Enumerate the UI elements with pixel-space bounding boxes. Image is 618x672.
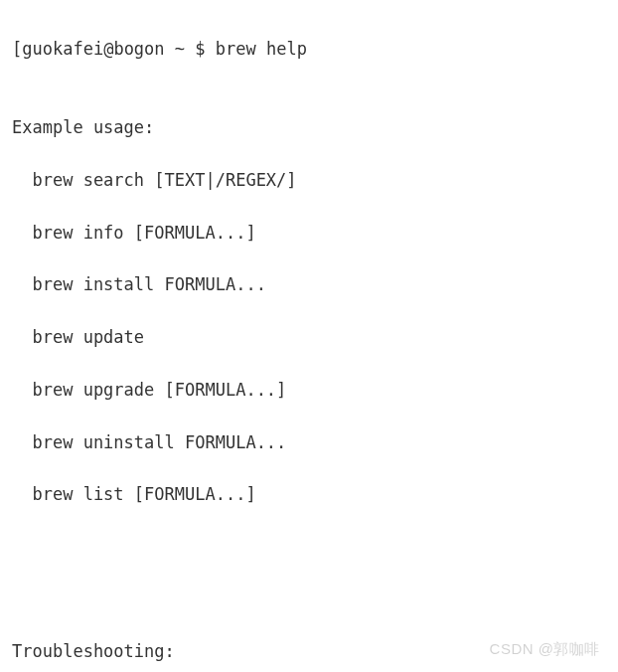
output-line: brew upgrade [FORMULA...] — [12, 377, 606, 403]
prompt-user: guokafei — [22, 39, 103, 59]
prompt-symbol: $ — [195, 39, 205, 59]
section-header: Example usage: — [12, 114, 606, 140]
prompt-at: @ — [103, 39, 113, 59]
terminal-output: [guokafei@bogon ~ $ brew help Example us… — [12, 10, 606, 672]
watermark-text: CSDN @郭咖啡 — [490, 637, 600, 660]
prompt-line: [guokafei@bogon ~ $ brew help — [12, 36, 606, 62]
output-line: brew search [TEXT|/REGEX/] — [12, 167, 606, 193]
prompt-command: brew help — [216, 39, 307, 59]
blank-line — [12, 560, 606, 586]
output-line: brew info [FORMULA...] — [12, 220, 606, 246]
output-line: brew list [FORMULA...] — [12, 481, 606, 507]
output-line: brew install FORMULA... — [12, 271, 606, 297]
prompt-host: bogon — [113, 39, 164, 59]
output-line: brew uninstall FORMULA... — [12, 429, 606, 455]
prompt-bracket: [ — [12, 39, 22, 59]
output-line: brew update — [12, 324, 606, 350]
section-example: Example usage: brew search [TEXT|/REGEX/… — [12, 88, 606, 534]
prompt-cwd: ~ — [175, 39, 185, 59]
